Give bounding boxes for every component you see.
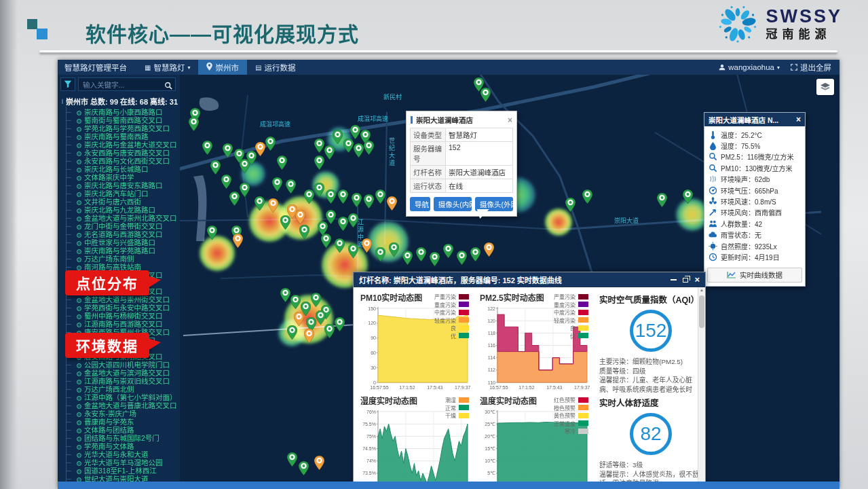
sidebar-streetlight-item[interactable]: 崇庆南路与蜀南西路 [60, 132, 180, 141]
sidebar-streetlight-item[interactable]: 万达广场东南侧 [60, 255, 180, 263]
sidebar-streetlight-item[interactable]: 金盆地大道与滨河路交叉口 [60, 369, 180, 377]
scrollbar-thumb[interactable] [699, 295, 704, 328]
map-marker-online[interactable] [316, 310, 326, 325]
sidebar-streetlight-item[interactable]: 崇庆北路与金盆地大道交叉口 [60, 141, 180, 149]
map-marker-online[interactable] [234, 149, 244, 163]
map-marker-online[interactable] [375, 189, 385, 204]
map-marker-online[interactable] [324, 324, 335, 338]
map-marker-warning[interactable] [484, 242, 494, 257]
map-marker-online[interactable] [280, 288, 290, 302]
map-marker-online[interactable] [314, 156, 324, 170]
exit-fullscreen-button[interactable]: 退出全屏 [791, 62, 831, 73]
sidebar-streetlight-item[interactable]: 崇庆北路与唐安东路路口 [60, 181, 180, 189]
sidebar-streetlight-item[interactable]: 光华大道与羊马湿地公园 [60, 458, 180, 467]
map-marker-online[interactable] [287, 325, 297, 340]
camera-internet-button[interactable]: 摄像头(外网 [475, 197, 513, 211]
map-marker-online[interactable] [321, 234, 331, 248]
map-marker-online[interactable] [657, 193, 667, 207]
map-marker-online[interactable] [210, 160, 221, 175]
sidebar-streetlight-item[interactable]: 学苑南与文体路 [60, 442, 180, 450]
map-marker-online[interactable] [326, 189, 336, 204]
sidebar-streetlight-item[interactable]: 国道318至F1-上林西江 [60, 467, 180, 475]
sidebar-streetlight-item[interactable]: 永安东-崇庆广场 [60, 410, 180, 418]
map-canvas[interactable]: 成温邛高速成温邛高速新民村世纪大道江源中路崇阳大道崇阳大道 崇阳大道澜峰酒店 ×… [180, 75, 839, 489]
map-marker-warning[interactable] [294, 312, 304, 326]
map-marker-online[interactable] [272, 177, 282, 192]
map-marker-online[interactable] [375, 247, 385, 261]
sidebar-streetlight-item[interactable]: 团结路与东城国际2号门 [60, 434, 180, 442]
sidebar-streetlight-item[interactable]: 公园大道四川机电学院门口 [60, 361, 180, 369]
map-marker-online[interactable] [338, 217, 348, 231]
sidebar-streetlight-item[interactable]: 学苑北路与学苑西路交叉口 [60, 124, 180, 132]
map-marker-online[interactable] [304, 189, 314, 204]
map-marker-warning[interactable] [233, 234, 243, 248]
sidebar-streetlight-item[interactable]: 江源南路与西游路交叉口 [60, 320, 180, 328]
sidebar-streetlight-item[interactable]: 江源中路（第七小学斜对面） [60, 393, 180, 401]
sidebar-streetlight-item[interactable]: 文体路崇庆中学 [60, 173, 180, 181]
map-marker-online[interactable] [202, 141, 212, 155]
sidebar-streetlight-item[interactable]: 蜀南街与蜀南西路交叉口 [60, 116, 180, 124]
map-marker-warning[interactable] [304, 329, 314, 343]
restore-window-icon[interactable] [683, 278, 688, 283]
map-marker-online[interactable] [290, 295, 301, 309]
map-layers-button[interactable] [816, 79, 834, 95]
map-marker-online[interactable] [350, 125, 360, 139]
sidebar-streetlight-item[interactable]: 江源南路与崇双旧线交叉口 [60, 377, 180, 385]
sidebar-streetlight-item[interactable]: 学苑西街与永安中路交叉口 [60, 304, 180, 312]
map-marker-warning[interactable] [268, 198, 278, 213]
map-marker-warning[interactable] [387, 196, 397, 211]
map-marker-online[interactable] [207, 225, 217, 240]
map-marker-online[interactable] [254, 196, 265, 211]
tab-chongzhou-city[interactable]: 崇州市 [198, 60, 247, 75]
navigate-button[interactable]: 导航 [410, 197, 430, 211]
camera-intranet-button[interactable]: 摄像头(内网 [434, 197, 472, 211]
realtime-curve-button[interactable]: 实时曲线数据 [707, 268, 802, 283]
user-menu[interactable]: wangxiaohua▾ [719, 63, 780, 71]
sidebar-streetlight-item[interactable]: 永安西路与文化西街交叉口 [60, 157, 180, 165]
sidebar-streetlight-item[interactable]: 龙门中街与金带街交叉口 [60, 222, 180, 230]
map-marker-online[interactable] [389, 242, 399, 257]
map-marker-online[interactable] [314, 183, 324, 197]
sidebar-streetlight-item[interactable]: 无名道路与西游路交叉口 [60, 230, 180, 238]
sidebar-streetlight-item[interactable]: 永安西路与唐安西路交叉口 [60, 149, 180, 157]
map-marker-online[interactable] [443, 244, 453, 258]
map-marker-online[interactable] [565, 198, 575, 212]
map-marker-online[interactable] [189, 117, 199, 131]
close-icon[interactable]: × [694, 276, 700, 284]
map-marker-online[interactable] [314, 139, 324, 153]
sidebar-streetlight-item[interactable]: 文井街与唐六西街 [60, 198, 180, 206]
map-marker-online[interactable] [299, 461, 309, 475]
map-marker-online[interactable] [335, 238, 345, 253]
sidebar-streetlight-item[interactable]: 崇庆北路与九龙路路口 [60, 206, 180, 214]
map-marker-online[interactable] [223, 143, 233, 158]
sidebar-streetlight-item[interactable]: 光华大道与永和大道 [60, 450, 180, 458]
map-marker-online[interactable] [582, 189, 592, 204]
map-marker-online[interactable] [470, 247, 480, 261]
map-marker-warning[interactable] [314, 456, 324, 470]
minimize-icon[interactable] [671, 279, 677, 280]
map-marker-online[interactable] [324, 145, 335, 160]
map-marker-online[interactable] [683, 189, 693, 204]
map-marker-online[interactable] [457, 251, 467, 265]
scroll-up-icon[interactable]: ▲ [698, 288, 705, 292]
map-marker-online[interactable] [338, 189, 348, 204]
map-marker-online[interactable] [265, 137, 276, 151]
tab-smart-streetlight[interactable]: ▦智慧路灯▾ [136, 60, 198, 75]
map-marker-online[interactable] [480, 88, 491, 102]
map-marker-online[interactable] [348, 213, 358, 228]
sidebar-streetlight-item[interactable]: 金盆地大道与晋康北路交叉口 [60, 401, 180, 410]
map-marker-warning[interactable] [255, 142, 265, 156]
map-marker-online[interactable] [287, 452, 297, 467]
sidebar-streetlight-item[interactable]: 崇庆南路与小康西路路口 [60, 108, 180, 116]
map-marker-online[interactable] [221, 175, 231, 189]
tree-root[interactable]: 崇州市 总数: 99 在线: 68 离线: 31 [58, 94, 180, 108]
panel-scrollbar[interactable]: ▲ ▼ [698, 287, 705, 488]
map-marker-warning[interactable] [287, 204, 297, 219]
map-marker-online[interactable] [348, 244, 358, 258]
map-marker-online[interactable] [354, 143, 364, 158]
sidebar-streetlight-item[interactable]: 万达广场西北侧 [60, 385, 180, 393]
search-icon[interactable] [164, 80, 172, 92]
map-marker-online[interactable] [311, 293, 321, 307]
popup-close-icon[interactable]: × [508, 117, 512, 124]
map-marker-online[interactable] [364, 194, 374, 209]
